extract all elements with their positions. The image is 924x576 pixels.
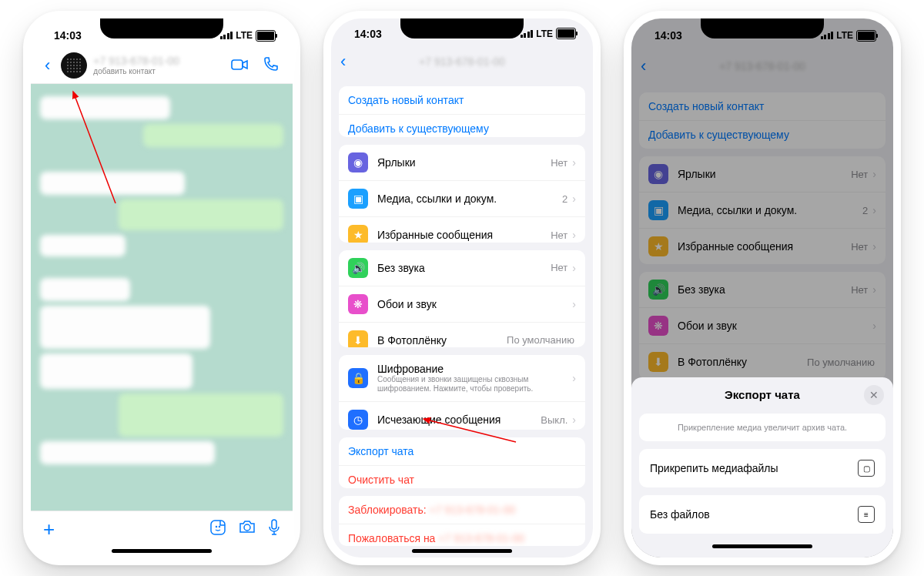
add-existing-button[interactable]: Добавить к существующему xyxy=(339,114,585,137)
sheet-info-text: Прикрепление медиа увеличит архив чата. xyxy=(639,414,886,441)
attach-media-button[interactable]: Прикрепить медиафайлы ▢ xyxy=(639,449,886,487)
close-icon[interactable]: ✕ xyxy=(864,385,884,405)
camera-icon[interactable] xyxy=(239,519,256,540)
attach-button[interactable]: + xyxy=(43,517,55,541)
contact-avatar[interactable] xyxy=(61,52,87,79)
export-sheet: Экспорт чата ✕ Прикрепление медиа увелич… xyxy=(631,377,893,558)
block-button[interactable]: Заблокировать: +7 913-678-01-00 xyxy=(339,496,585,524)
signal-icon xyxy=(521,30,534,38)
chat-header: ‹ +7 913-678-01-00 добавить контакт xyxy=(31,52,293,84)
row-disappearing[interactable]: ◷Исчезающие сообщенияВыкл.› xyxy=(339,401,585,430)
sheet-title: Экспорт чата xyxy=(725,388,800,401)
add-contact-label: добавить контакт xyxy=(93,67,220,75)
status-time: 14:03 xyxy=(354,28,382,40)
notch xyxy=(400,18,524,39)
row-media[interactable]: ▣Медиа, ссылки и докум.2› xyxy=(339,180,585,216)
svg-point-4 xyxy=(244,524,250,531)
chat-messages xyxy=(31,84,293,511)
svg-point-2 xyxy=(216,527,217,527)
download-icon: ⬇ xyxy=(348,330,368,347)
battery-icon xyxy=(256,30,276,42)
phone-1: 14:03 LTE ‹ +7 913-678-01-00 добавить ко… xyxy=(23,11,300,565)
wallpaper-icon: ❋ xyxy=(348,294,368,314)
timer-icon: ◷ xyxy=(348,410,368,430)
home-indicator xyxy=(712,544,812,548)
battery-icon xyxy=(556,28,576,39)
lock-icon: 🔒 xyxy=(348,368,368,388)
clear-chat-button[interactable]: Очистить чат xyxy=(339,465,585,488)
back-button[interactable]: ‹ xyxy=(40,54,55,77)
tag-icon: ◉ xyxy=(348,152,368,172)
row-encryption[interactable]: 🔒ШифрованиеСообщения и звонки защищены с… xyxy=(339,355,585,401)
notch xyxy=(100,18,223,39)
star-icon: ★ xyxy=(348,225,368,242)
text-file-icon: ≡ xyxy=(858,506,875,523)
status-time: 14:03 xyxy=(54,29,82,42)
row-mute[interactable]: 🔊Без звукаНет› xyxy=(339,250,585,286)
create-contact-button[interactable]: Создать новый контакт xyxy=(339,86,585,114)
video-call-icon[interactable] xyxy=(226,54,253,78)
network-label: LTE xyxy=(236,30,253,41)
svg-rect-0 xyxy=(232,60,243,69)
home-indicator xyxy=(112,549,212,553)
svg-rect-1 xyxy=(211,521,225,534)
svg-point-3 xyxy=(219,527,220,527)
export-chat-button[interactable]: Экспорт чата xyxy=(339,437,585,465)
chat-toolbar: + xyxy=(31,511,293,546)
phone-3: 14:03 LTE ‹ +7 913-678-01-00 Создать нов… xyxy=(624,11,901,565)
voice-call-icon[interactable] xyxy=(259,53,283,79)
row-starred[interactable]: ★Избранные сообщенияНет› xyxy=(339,216,585,242)
sticker-icon[interactable] xyxy=(209,519,226,540)
microphone-icon[interactable] xyxy=(268,519,280,540)
row-camera-roll[interactable]: ⬇В ФотоплёнкуПо умолчанию xyxy=(339,322,585,347)
row-labels[interactable]: ◉ЯрлыкиНет› xyxy=(339,145,585,180)
contact-title[interactable]: +7 913-678-01-00 добавить контакт xyxy=(93,55,220,75)
row-wallpaper[interactable]: ❋Обои и звук› xyxy=(339,286,585,322)
network-label: LTE xyxy=(536,28,553,39)
home-indicator xyxy=(412,549,512,553)
speaker-icon: 🔊 xyxy=(348,258,368,278)
svg-rect-5 xyxy=(272,520,276,529)
without-files-button[interactable]: Без файлов ≡ xyxy=(639,495,886,534)
signal-icon xyxy=(220,32,233,39)
image-file-icon: ▢ xyxy=(858,460,875,477)
phone-2: 14:03 LTE ‹ +7 913-678-01-00 Создать нов… xyxy=(323,11,601,565)
nav-bar: ‹ +7 913-678-01-00 xyxy=(331,49,593,79)
report-button[interactable]: Пожаловаться на +7 913-678-01-00 xyxy=(339,524,585,547)
photo-icon: ▣ xyxy=(348,189,368,209)
back-button[interactable]: ‹ xyxy=(336,50,350,73)
